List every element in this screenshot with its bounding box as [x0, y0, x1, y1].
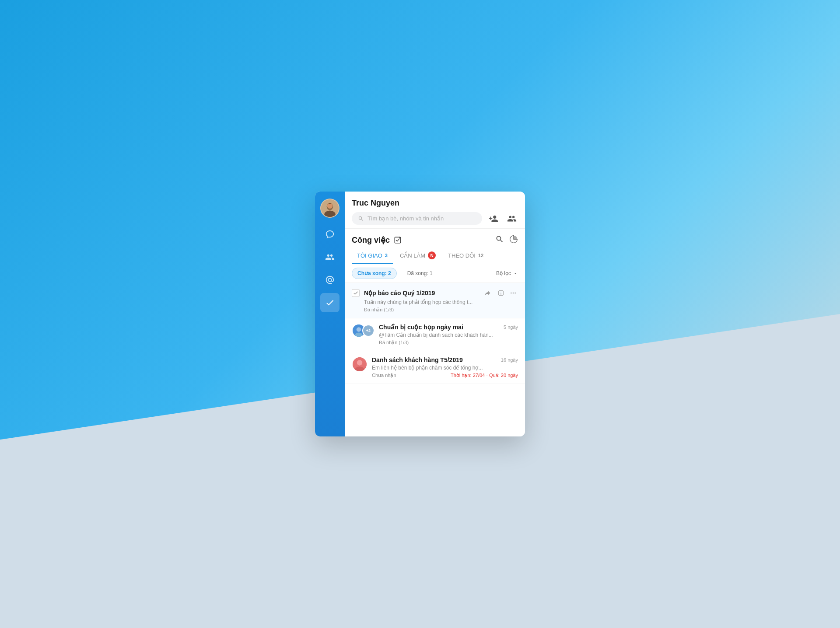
task-1-info: Nộp báo cáo Quý 1/2019 — [364, 288, 518, 313]
task-3-row: Danh sách khách hàng T5/2019 16 ngày Em … — [352, 356, 518, 378]
task-1-title: Nộp báo cáo Quý 1/2019 — [364, 290, 484, 297]
task-1-header: Nộp báo cáo Quý 1/2019 — [352, 288, 518, 313]
tab-theo-doi-label: THEO DÕI — [448, 252, 476, 259]
sidebar — [315, 192, 345, 436]
header: Truc Nguyen Tìm bạn bè, nhóm và tin nhắn — [345, 192, 525, 229]
tab-toi-giao[interactable]: TÔI GIAO 3 — [352, 248, 393, 264]
sidebar-item-tasks[interactable] — [320, 293, 340, 312]
svg-point-11 — [514, 293, 516, 294]
search-icon — [358, 216, 364, 222]
tabs: TÔI GIAO 3 CẦN LÀM N THEO DÕI 12 — [345, 248, 525, 264]
filter-bar: Chưa xong: 2 Đã xong: 1 Bộ lọc — [345, 264, 525, 283]
task-2-description: @Tâm Cần chuẩn bị danh sách các khách hà… — [379, 332, 518, 338]
tab-toi-giao-label: TÔI GIAO — [357, 252, 382, 259]
task-1-actions — [484, 288, 518, 298]
filter-incomplete[interactable]: Chưa xong: 2 — [352, 268, 397, 279]
task-3-title-row: Danh sách khách hàng T5/2019 16 ngày — [372, 356, 518, 363]
tab-theo-doi-badge: 12 — [478, 253, 483, 258]
task-2-meta: Đã nhận (1/3) — [379, 340, 518, 345]
svg-point-10 — [513, 293, 514, 294]
task-check-icon — [393, 236, 402, 244]
section-search-button[interactable] — [495, 235, 504, 245]
avatar[interactable] — [320, 199, 340, 218]
svg-point-8 — [500, 292, 501, 292]
task-2-time: 5 ngày — [504, 324, 518, 330]
section-title: Công việc — [352, 235, 390, 245]
task-2-avatar-extra: +2 — [362, 324, 374, 337]
task-3-title: Danh sách khách hàng T5/2019 — [372, 356, 497, 363]
tab-can-lam-badge: N — [428, 251, 436, 259]
sidebar-item-chat[interactable] — [320, 225, 340, 244]
sidebar-item-mentions[interactable] — [320, 270, 340, 290]
tab-theo-doi[interactable]: THEO DÕI 12 — [443, 248, 489, 264]
tab-can-lam[interactable]: CẦN LÀM N — [395, 248, 441, 264]
section-title-group: Công việc — [352, 235, 402, 245]
filter-label: Bộ lọc — [496, 270, 511, 276]
svg-rect-4 — [395, 237, 401, 243]
task-1-more-icon[interactable] — [508, 288, 518, 298]
header-actions — [487, 213, 518, 225]
svg-point-16 — [357, 360, 362, 365]
search-input[interactable]: Tìm bạn bè, nhóm và tin nhắn — [352, 212, 482, 225]
svg-point-9 — [511, 293, 512, 294]
tab-can-lam-label: CẦN LÀM — [400, 252, 425, 259]
task-1-description: Tuần này chúng ta phải tổng hợp các thôn… — [364, 299, 518, 305]
task-1-checkbox[interactable] — [352, 289, 360, 297]
add-group-button[interactable] — [506, 213, 518, 225]
task-2-info: Chuẩn bị cuộc họp ngày mai 5 ngày @Tâm C… — [379, 324, 518, 345]
section-actions — [495, 235, 518, 245]
task-1-forward-icon[interactable] — [484, 288, 494, 298]
app-window: Truc Nguyen Tìm bạn bè, nhóm và tin nhắn — [315, 192, 525, 436]
search-placeholder: Tìm bạn bè, nhóm và tin nhắn — [368, 215, 444, 222]
tab-toi-giao-badge: 3 — [385, 253, 388, 258]
section-chart-button[interactable] — [509, 235, 518, 245]
user-name: Truc Nguyen — [352, 199, 518, 208]
search-bar: Tìm bạn bè, nhóm và tin nhắn — [352, 212, 518, 225]
task-1-title-row: Nộp báo cáo Quý 1/2019 — [364, 288, 518, 298]
task-2-status: Đã nhận (1/3) — [379, 340, 409, 345]
filter-complete[interactable]: Đã xong: 1 — [402, 268, 438, 279]
task-2-row: +2 Chuẩn bị cuộc họp ngày mai 5 ngày @Tâ… — [352, 324, 518, 345]
table-row[interactable]: Nộp báo cáo Quý 1/2019 — [345, 283, 525, 318]
task-list: Nộp báo cáo Quý 1/2019 — [345, 283, 525, 436]
task-1-info-icon[interactable] — [496, 288, 506, 298]
filter-dropdown[interactable]: Bộ lọc — [496, 270, 518, 276]
task-2-title: Chuẩn bị cuộc họp ngày mai — [379, 324, 500, 331]
task-3-time: 16 ngày — [501, 357, 518, 363]
task-3-description: Em liên hệ bên bộ phận chăm sóc để tổng … — [372, 365, 518, 371]
table-row[interactable]: Danh sách khách hàng T5/2019 16 ngày Em … — [345, 351, 525, 384]
task-1-meta: Đã nhận (1/3) — [364, 307, 518, 313]
section-header: Công việc — [345, 229, 525, 248]
task-3-info: Danh sách khách hàng T5/2019 16 ngày Em … — [372, 356, 518, 378]
task-3-status: Chưa nhận — [372, 373, 396, 378]
task-3-avatar — [352, 356, 368, 372]
table-row[interactable]: +2 Chuẩn bị cuộc họp ngày mai 5 ngày @Tâ… — [345, 318, 525, 351]
add-friend-button[interactable] — [487, 213, 500, 225]
chevron-down-icon — [513, 271, 518, 276]
svg-point-13 — [357, 327, 361, 332]
task-2-avatar-group: +2 — [352, 324, 374, 338]
task-3-deadline: Thời hạn: 27/04 - Quá: 20 ngày — [451, 373, 518, 378]
task-3-meta: Chưa nhận Thời hạn: 27/04 - Quá: 20 ngày — [372, 373, 518, 378]
main-content: Truc Nguyen Tìm bạn bè, nhóm và tin nhắn — [345, 192, 525, 436]
task-1-status: Đã nhận (1/3) — [364, 307, 394, 313]
sidebar-item-contacts[interactable] — [320, 248, 340, 267]
task-2-title-row: Chuẩn bị cuộc họp ngày mai 5 ngày — [379, 324, 518, 331]
